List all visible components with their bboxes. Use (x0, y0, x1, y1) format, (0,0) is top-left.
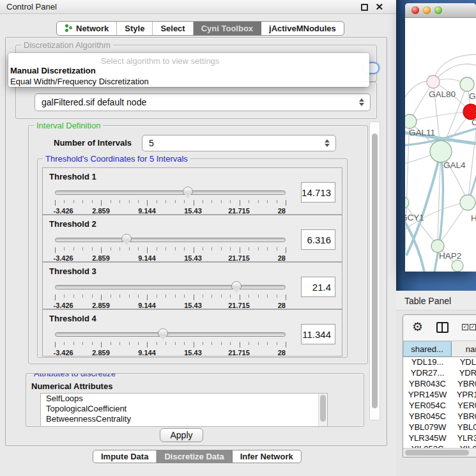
threshold-value-field[interactable] (301, 229, 335, 250)
network-edge[interactable] (410, 112, 471, 121)
table-row[interactable]: YDL19...YDL19... (403, 357, 476, 368)
table-row[interactable]: YDR27...YDR27... (403, 368, 476, 379)
table-cell: YLR345W (403, 433, 452, 444)
apply-button[interactable]: Apply (160, 428, 203, 442)
control-panel-tabs: NetworkStyleSelectCyni ToolboxjActiveMNo… (56, 21, 344, 36)
tick-label: 15.43 (184, 349, 202, 357)
table-cell: YDL19... (452, 357, 476, 368)
tick-label: -3.426 (54, 254, 73, 262)
tick-label: 15.43 (184, 207, 202, 215)
table-data-combobox[interactable]: galFiltered.sif default node (35, 93, 371, 111)
slider-track[interactable] (55, 190, 286, 195)
close-icon[interactable]: ✕ (375, 1, 383, 13)
tick-label: 21.715 (228, 254, 250, 262)
attribute-list-item[interactable]: TopologicalCoefficient (41, 404, 327, 414)
select-columns-icon[interactable]: ✓✓ (462, 324, 476, 330)
threshold-slider[interactable]: -3.4262.8599.14415.4321.71528 (55, 186, 286, 214)
slider-thumb[interactable] (183, 187, 193, 194)
tab-style[interactable]: Style (117, 22, 153, 35)
table-cell: YDR27... (403, 368, 452, 379)
slider-track[interactable] (55, 332, 286, 337)
threshold-slider[interactable]: -3.4262.8599.14415.4321.71528 (55, 280, 286, 309)
network-node[interactable] (452, 260, 463, 272)
network-node[interactable] (460, 77, 474, 91)
table-row[interactable]: YLR345WYLR345W (403, 433, 476, 444)
table-row[interactable]: YBL079WYBL079W (403, 422, 476, 433)
window-zoom-icon[interactable] (434, 6, 442, 14)
tab-network[interactable]: Network (57, 22, 117, 35)
network-graph[interactable]: GAL80GACGAL11GAL4GCY1HHAP2 (405, 18, 476, 272)
node-table: ⚙ ✓✓ shared...name YDL19...YDL19...YDR27… (403, 314, 476, 457)
network-node[interactable] (427, 75, 440, 88)
network-node[interactable] (460, 195, 475, 210)
threshold-slider[interactable]: -3.4262.8599.14415.4321.71528 (55, 328, 286, 356)
settings-scrollbar[interactable] (369, 121, 380, 420)
cyni-bottom-tabs: Impute DataDiscretize DataInfer Network (93, 450, 302, 463)
dropdown-option[interactable]: Manual Discretization (10, 66, 96, 75)
table-row[interactable]: YPR145WYPR145W (403, 390, 476, 401)
attributes-group-title: Attributes to discretize (31, 373, 118, 378)
numerical-attributes-list[interactable]: SelfLoopsTopologicalCoefficientBetweenne… (40, 393, 328, 427)
threshold-value-field[interactable] (301, 324, 335, 344)
control-panel-titlebar: Control Panel ✕ (0, 0, 396, 14)
tick-label: 15.43 (184, 302, 202, 309)
number-of-intervals-combobox[interactable]: 5 (142, 135, 336, 151)
slider-track[interactable] (55, 285, 286, 289)
tab-select[interactable]: Select (153, 22, 193, 35)
gear-icon[interactable]: ⚙ (412, 319, 423, 334)
tab-label: Cyni Toolbox (201, 24, 253, 33)
attribute-list-item[interactable]: SelfLoops (41, 394, 327, 404)
table-cell: YLR345W (452, 433, 476, 444)
tick-label: 21.715 (228, 302, 250, 309)
node-label: GAL4 (443, 160, 466, 170)
threshold-panel: Threshold 3-3.4262.8599.14415.4321.71528 (42, 262, 342, 309)
attributes-list-scrollbar-thumb[interactable] (320, 395, 326, 422)
tab-cyni-toolbox[interactable]: Cyni Toolbox (194, 22, 261, 35)
column-header-shared[interactable]: shared... (403, 341, 452, 357)
tab-discretize-data[interactable]: Discretize Data (157, 450, 232, 463)
node-label: HAP2 (439, 251, 461, 261)
table-horizontal-scrollbar[interactable] (403, 448, 476, 457)
settings-scrollbar-thumb[interactable] (372, 134, 378, 408)
table-row[interactable]: YBR043CYBR043C (403, 379, 476, 390)
slider-track[interactable] (55, 238, 286, 242)
tick-label: 9.144 (138, 207, 156, 215)
network-node[interactable] (431, 240, 444, 252)
network-edge[interactable] (405, 121, 410, 254)
table-scrollbar-thumb[interactable] (405, 450, 469, 456)
tab-infer-network[interactable]: Infer Network (233, 450, 301, 463)
slider-thumb[interactable] (231, 281, 242, 289)
column-header-name[interactable]: name (452, 341, 476, 357)
tab-impute-data[interactable]: Impute Data (93, 450, 157, 463)
window-minimize-icon[interactable] (423, 6, 431, 14)
table-cell: YBL079W (403, 422, 452, 433)
network-node[interactable] (405, 114, 417, 128)
network-node[interactable] (405, 197, 409, 208)
split-columns-icon[interactable] (436, 322, 449, 333)
threshold-panel: Threshold 2-3.4262.8599.14415.4321.71528 (42, 215, 342, 262)
table-cell: YBR045C (452, 411, 476, 422)
table-row[interactable]: YER054CYER054C (403, 401, 476, 411)
attributes-list-scrollbar[interactable] (318, 394, 327, 427)
slider-thumb[interactable] (121, 234, 132, 242)
table-header-row: shared...name (403, 341, 476, 357)
attribute-list-item[interactable]: BetweennessCentrality (41, 414, 327, 424)
tab-label: jActiveMNodules (269, 24, 336, 33)
thresholds-group-title: Threshold's Coordinates for 5 Intervals (43, 154, 190, 164)
network-node[interactable] (430, 141, 452, 162)
window-close-icon[interactable] (411, 6, 419, 14)
float-window-icon[interactable] (361, 4, 368, 11)
table-cell: YBR045C (403, 411, 452, 422)
network-edge[interactable] (405, 203, 438, 246)
tab-jactivemnodules[interactable]: jActiveMNodules (261, 22, 344, 35)
slider-tick-labels: -3.4262.8599.14415.4321.71528 (55, 302, 286, 309)
slider-ticks (55, 200, 286, 206)
desktop-background: GAL80GACGAL11GAL4GCY1HHAP2 (396, 0, 476, 291)
slider-thumb[interactable] (158, 328, 168, 336)
dropdown-option[interactable]: Equal Width/Frequency Discretization (10, 77, 149, 86)
threshold-label: Threshold 4 (49, 314, 96, 323)
threshold-value-field[interactable] (301, 277, 335, 297)
threshold-slider[interactable]: -3.4262.8599.14415.4321.71528 (55, 233, 286, 261)
threshold-value-field[interactable] (301, 182, 335, 203)
table-row[interactable]: YBR045CYBR045C (403, 411, 476, 422)
